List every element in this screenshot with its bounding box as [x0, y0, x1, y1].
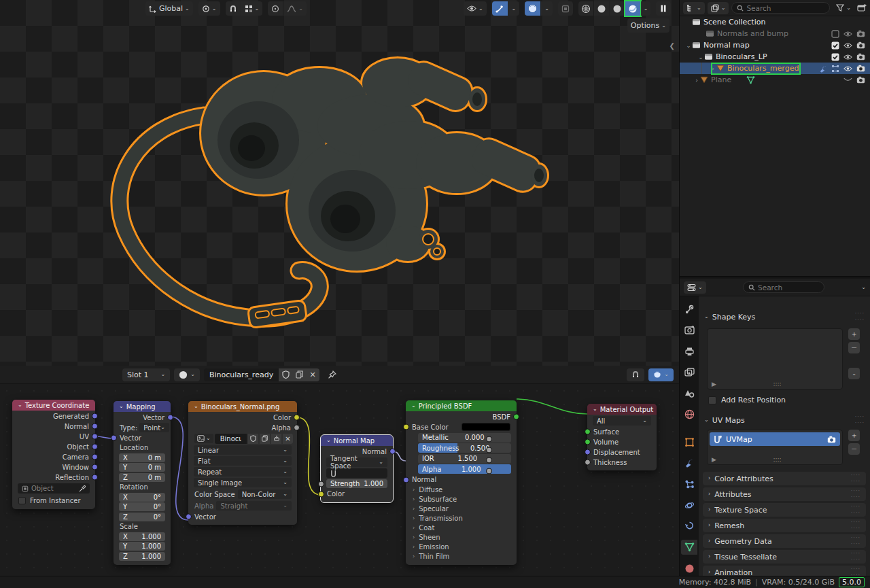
section-thin-film[interactable]: ›Thin Film — [406, 552, 517, 561]
node-canvas[interactable]: ⌄Texture Coordinate Generated Normal UV … — [0, 384, 679, 576]
node-mapping[interactable]: ⌄Mapping Vector Type: Point⌄ Vector Loca… — [114, 401, 171, 565]
tab-object[interactable] — [681, 435, 697, 450]
alpha-slider[interactable]: Alpha1.000 — [418, 464, 511, 474]
socket-normal-in[interactable] — [403, 477, 409, 483]
chevron-collapsed-icon[interactable]: › — [693, 77, 700, 84]
camera-render-icon[interactable] — [856, 65, 865, 72]
pivot-point-button[interactable]: ⌄ — [198, 1, 220, 16]
chevron-expanded-icon[interactable]: ⌄ — [685, 42, 692, 49]
socket-uv[interactable] — [92, 434, 98, 440]
socket-object[interactable] — [92, 444, 98, 450]
tab-material[interactable] — [681, 561, 697, 576]
new-collection-button[interactable] — [857, 3, 867, 12]
panel-grip-icon[interactable]: ········ — [851, 472, 860, 485]
uv-map-field[interactable] — [326, 468, 387, 478]
panel-grip-icon[interactable]: ········ — [855, 311, 865, 323]
panel-color-attributes[interactable]: ›Color Attributes········ — [703, 472, 866, 485]
add-rest-position-row[interactable]: Add Rest Position — [708, 396, 786, 404]
socket-normal[interactable] — [92, 423, 98, 430]
shader-node-editor[interactable]: Slot 1 ⌄ ⌄ Binoculars_ready ✕ — [0, 366, 680, 576]
from-instancer-row[interactable]: From Instancer — [12, 495, 95, 506]
uv-map-item-selected[interactable]: UVMap — [710, 432, 840, 446]
socket-color-in[interactable] — [318, 491, 324, 497]
location-y-field[interactable]: Y0 m — [119, 463, 165, 472]
extension-dropdown[interactable]: Repeat⌄ — [194, 467, 292, 477]
node-overlays-button[interactable]: ⌄ — [648, 368, 674, 381]
panel-grip-icon[interactable]: ········ — [851, 488, 860, 500]
filter-id-button[interactable]: ⌄ — [708, 2, 729, 14]
roughness-slider[interactable]: Roughness0.500 — [418, 443, 511, 453]
eye-closed-icon[interactable] — [843, 77, 852, 83]
eye-icon[interactable] — [843, 31, 852, 37]
visibility-button[interactable]: ⌄ — [464, 1, 487, 16]
scale-z-field[interactable]: Z1.000 — [119, 552, 165, 561]
node-header[interactable]: ⌄Principled BSDF — [406, 400, 517, 411]
panel-grip-icon[interactable]: ········ — [851, 535, 860, 547]
fake-user-shield-button[interactable] — [248, 434, 258, 444]
node-header[interactable]: ⌄Mapping — [114, 401, 171, 412]
exclude-checkbox-checked[interactable] — [831, 53, 839, 61]
chevron-down-icon[interactable]: ⌄ — [861, 285, 866, 290]
panel-animation[interactable]: ›Animation········ — [703, 566, 866, 576]
target-dropdown[interactable]: All⌄ — [593, 416, 651, 426]
chevron-collapsed-icon[interactable]: › — [710, 65, 716, 72]
resize-grip-icon[interactable]: :::: — [773, 456, 781, 463]
tab-constraints[interactable] — [681, 519, 697, 534]
camera-render-icon[interactable] — [856, 53, 865, 60]
section-emission[interactable]: ›Emission — [406, 542, 517, 552]
pin-icon[interactable] — [328, 370, 336, 379]
display-mode-button[interactable]: ⌄ — [683, 2, 705, 14]
socket-roughness[interactable] — [486, 447, 492, 453]
socket-vector-out[interactable] — [167, 415, 173, 421]
section-diffuse[interactable]: ›Diffuse — [406, 485, 517, 495]
projection-dropdown[interactable]: Flat⌄ — [194, 456, 292, 466]
eye-icon[interactable] — [843, 42, 852, 49]
tab-scene[interactable] — [681, 386, 697, 401]
pause-playback-button[interactable] — [656, 1, 671, 16]
socket-alpha[interactable] — [486, 468, 492, 474]
remove-shape-key-button[interactable]: − — [848, 342, 860, 353]
exclude-checkbox-checked[interactable] — [831, 41, 839, 50]
socket-window[interactable] — [92, 464, 98, 470]
material-preview-button[interactable] — [610, 1, 625, 16]
interpolation-dropdown[interactable]: Linear⌄ — [194, 445, 292, 455]
socket-vector-in[interactable] — [111, 435, 117, 441]
rotation-y-field[interactable]: Y0° — [119, 502, 165, 511]
metallic-slider[interactable]: Metallic0.000 — [418, 433, 511, 443]
transform-orientation-button[interactable]: Global ⌄ — [145, 1, 193, 16]
camera-render-icon[interactable] — [856, 30, 865, 37]
rotation-z-field[interactable]: Z0° — [119, 513, 165, 521]
rendered-shading-button[interactable] — [625, 1, 640, 16]
shading-dropdown[interactable]: ⌄ — [641, 1, 650, 16]
base-color-swatch[interactable] — [462, 423, 510, 431]
section-sheen[interactable]: ›Sheen — [406, 533, 517, 542]
outliner-row-normal-map[interactable]: ⌄ Normal map — [680, 39, 870, 51]
socket-metallic[interactable] — [486, 436, 492, 443]
tab-world[interactable] — [681, 407, 697, 422]
socket-reflection[interactable] — [92, 474, 98, 481]
socket-color-out[interactable] — [294, 415, 300, 421]
scale-x-field[interactable]: X1.000 — [119, 532, 165, 541]
section-coat[interactable]: ›Coat — [406, 523, 517, 533]
image-browse-button[interactable]: ⌄ — [194, 434, 213, 443]
camera-render-icon[interactable] — [856, 41, 865, 49]
node-header[interactable]: ⌄Normal Map — [321, 435, 393, 446]
rotation-x-field[interactable]: X0° — [119, 493, 165, 502]
add-shape-key-button[interactable]: ＋ — [848, 328, 860, 340]
fake-user-shield-button[interactable] — [279, 368, 292, 381]
tab-object-data[interactable] — [681, 540, 697, 555]
image-name-field[interactable]: Binoculars_Nor... — [215, 434, 247, 444]
object-eyedropper-field[interactable]: Object — [18, 483, 90, 494]
outliner-row-scene-collection[interactable]: Scene Collection — [680, 16, 870, 28]
node-image-texture[interactable]: ⌄Binoculars_Normal.png Color Alpha ⌄ Bin… — [188, 401, 297, 525]
node-material-output[interactable]: ⌄Material Output All⌄ Surface Volume Dis… — [587, 404, 657, 470]
xray-toggle-button[interactable] — [558, 1, 573, 16]
alpha-mode-dropdown[interactable]: Straight⌄ — [216, 501, 292, 511]
options-button[interactable]: Options ⌄ — [627, 18, 669, 33]
node-header[interactable]: ⌄Binoculars_Normal.png — [188, 401, 297, 412]
socket-volume-in[interactable] — [585, 439, 591, 445]
panel-remesh[interactable]: ›Remesh········ — [703, 519, 866, 532]
filter-button[interactable]: ⌄ — [833, 1, 854, 15]
socket-alpha-out[interactable] — [294, 425, 300, 431]
outliner-row-normals-and-bump[interactable]: Normals and bump — [680, 28, 870, 39]
